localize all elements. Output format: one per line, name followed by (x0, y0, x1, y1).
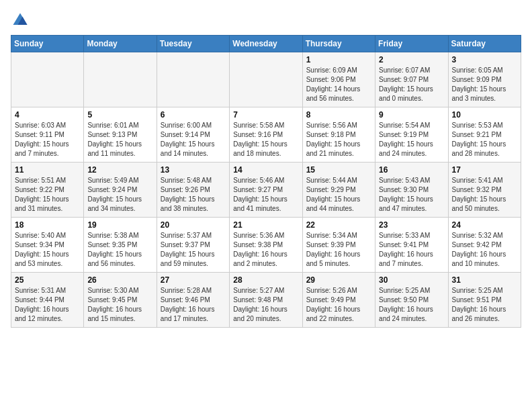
calendar-cell: 15Sunrise: 5:44 AM Sunset: 9:29 PM Dayli… (302, 163, 375, 218)
day-info: Sunrise: 5:49 AM Sunset: 9:24 PM Dayligh… (87, 176, 152, 214)
day-number: 12 (87, 165, 152, 175)
day-number: 17 (452, 165, 517, 175)
calendar-week-4: 18Sunrise: 5:40 AM Sunset: 9:34 PM Dayli… (11, 218, 521, 273)
header-day-monday: Monday (84, 36, 157, 52)
day-info: Sunrise: 5:25 AM Sunset: 9:50 PM Dayligh… (379, 286, 444, 324)
logo (11, 11, 32, 30)
day-info: Sunrise: 5:40 AM Sunset: 9:34 PM Dayligh… (15, 231, 80, 269)
calendar-cell: 7Sunrise: 5:58 AM Sunset: 9:16 PM Daylig… (230, 107, 302, 163)
day-number: 20 (161, 220, 226, 230)
day-number: 29 (306, 275, 371, 285)
day-info: Sunrise: 6:09 AM Sunset: 9:06 PM Dayligh… (306, 66, 371, 103)
calendar-cell: 11Sunrise: 5:51 AM Sunset: 9:22 PM Dayli… (11, 163, 84, 218)
day-info: Sunrise: 5:28 AM Sunset: 9:46 PM Dayligh… (161, 286, 226, 324)
day-info: Sunrise: 5:44 AM Sunset: 9:29 PM Dayligh… (306, 176, 371, 214)
calendar-cell: 9Sunrise: 5:54 AM Sunset: 9:19 PM Daylig… (375, 107, 448, 163)
calendar-cell: 30Sunrise: 5:25 AM Sunset: 9:50 PM Dayli… (375, 273, 448, 328)
day-number: 13 (161, 165, 226, 175)
day-number: 7 (233, 110, 298, 120)
day-number: 26 (87, 275, 152, 285)
day-number: 10 (452, 110, 517, 120)
calendar-cell: 26Sunrise: 5:30 AM Sunset: 9:45 PM Dayli… (84, 273, 157, 328)
calendar-cell: 3Sunrise: 6:05 AM Sunset: 9:09 PM Daylig… (448, 52, 521, 107)
calendar-cell: 13Sunrise: 5:48 AM Sunset: 9:26 PM Dayli… (157, 163, 229, 218)
calendar-cell: 27Sunrise: 5:28 AM Sunset: 9:46 PM Dayli… (157, 273, 229, 328)
day-info: Sunrise: 5:38 AM Sunset: 9:35 PM Dayligh… (87, 231, 152, 269)
day-info: Sunrise: 5:34 AM Sunset: 9:39 PM Dayligh… (306, 231, 371, 269)
calendar-table: SundayMondayTuesdayWednesdayThursdayFrid… (11, 35, 521, 328)
day-info: Sunrise: 5:30 AM Sunset: 9:45 PM Dayligh… (87, 286, 152, 324)
day-info: Sunrise: 5:27 AM Sunset: 9:48 PM Dayligh… (233, 286, 298, 324)
day-number: 18 (15, 220, 80, 230)
header-day-sunday: Sunday (11, 36, 84, 52)
day-number: 16 (379, 165, 444, 175)
day-info: Sunrise: 6:05 AM Sunset: 9:09 PM Dayligh… (452, 66, 517, 103)
calendar-cell (11, 52, 84, 107)
calendar-cell: 21Sunrise: 5:36 AM Sunset: 9:38 PM Dayli… (230, 218, 302, 273)
calendar-cell: 8Sunrise: 5:56 AM Sunset: 9:18 PM Daylig… (302, 107, 375, 163)
calendar-cell: 4Sunrise: 6:03 AM Sunset: 9:11 PM Daylig… (11, 107, 84, 163)
calendar-week-3: 11Sunrise: 5:51 AM Sunset: 9:22 PM Dayli… (11, 163, 521, 218)
day-info: Sunrise: 5:36 AM Sunset: 9:38 PM Dayligh… (233, 231, 298, 269)
day-number: 5 (87, 110, 152, 120)
day-number: 8 (306, 110, 371, 120)
calendar-cell: 22Sunrise: 5:34 AM Sunset: 9:39 PM Dayli… (302, 218, 375, 273)
day-info: Sunrise: 5:43 AM Sunset: 9:30 PM Dayligh… (379, 176, 444, 214)
calendar-cell: 31Sunrise: 5:25 AM Sunset: 9:51 PM Dayli… (448, 273, 521, 328)
day-info: Sunrise: 5:26 AM Sunset: 9:49 PM Dayligh… (306, 286, 371, 324)
calendar-cell (84, 52, 157, 107)
day-number: 21 (233, 220, 298, 230)
day-number: 28 (233, 275, 298, 285)
calendar-cell: 5Sunrise: 6:01 AM Sunset: 9:13 PM Daylig… (84, 107, 157, 163)
calendar-week-5: 25Sunrise: 5:31 AM Sunset: 9:44 PM Dayli… (11, 273, 521, 328)
day-info: Sunrise: 5:54 AM Sunset: 9:19 PM Dayligh… (379, 121, 444, 158)
calendar-cell (157, 52, 229, 107)
day-number: 3 (452, 55, 517, 64)
day-info: Sunrise: 6:03 AM Sunset: 9:11 PM Dayligh… (15, 121, 80, 158)
day-info: Sunrise: 5:51 AM Sunset: 9:22 PM Dayligh… (15, 176, 80, 214)
day-info: Sunrise: 5:46 AM Sunset: 9:27 PM Dayligh… (233, 176, 298, 214)
day-info: Sunrise: 5:32 AM Sunset: 9:42 PM Dayligh… (452, 231, 517, 269)
calendar-cell: 12Sunrise: 5:49 AM Sunset: 9:24 PM Dayli… (84, 163, 157, 218)
calendar-cell: 6Sunrise: 6:00 AM Sunset: 9:14 PM Daylig… (157, 107, 229, 163)
day-number: 19 (87, 220, 152, 230)
logo-icon (11, 11, 30, 30)
calendar-cell: 16Sunrise: 5:43 AM Sunset: 9:30 PM Dayli… (375, 163, 448, 218)
day-info: Sunrise: 5:25 AM Sunset: 9:51 PM Dayligh… (452, 286, 517, 324)
day-number: 11 (15, 165, 80, 175)
day-info: Sunrise: 6:01 AM Sunset: 9:13 PM Dayligh… (87, 121, 152, 158)
calendar-cell: 14Sunrise: 5:46 AM Sunset: 9:27 PM Dayli… (230, 163, 302, 218)
calendar-header-row: SundayMondayTuesdayWednesdayThursdayFrid… (11, 36, 521, 52)
day-number: 30 (379, 275, 444, 285)
day-number: 9 (379, 110, 444, 120)
calendar-cell: 2Sunrise: 6:07 AM Sunset: 9:07 PM Daylig… (375, 52, 448, 107)
header-day-thursday: Thursday (302, 36, 375, 52)
day-number: 23 (379, 220, 444, 230)
day-number: 25 (15, 275, 80, 285)
day-info: Sunrise: 5:37 AM Sunset: 9:37 PM Dayligh… (161, 231, 226, 269)
day-number: 1 (306, 55, 371, 64)
day-number: 15 (306, 165, 371, 175)
day-number: 2 (379, 55, 444, 64)
calendar-week-1: 1Sunrise: 6:09 AM Sunset: 9:06 PM Daylig… (11, 52, 521, 107)
day-number: 22 (306, 220, 371, 230)
day-number: 6 (161, 110, 226, 120)
day-info: Sunrise: 5:58 AM Sunset: 9:16 PM Dayligh… (233, 121, 298, 158)
header-day-friday: Friday (375, 36, 448, 52)
day-info: Sunrise: 5:41 AM Sunset: 9:32 PM Dayligh… (452, 176, 517, 214)
calendar-cell: 24Sunrise: 5:32 AM Sunset: 9:42 PM Dayli… (448, 218, 521, 273)
calendar-cell: 17Sunrise: 5:41 AM Sunset: 9:32 PM Dayli… (448, 163, 521, 218)
calendar-cell: 20Sunrise: 5:37 AM Sunset: 9:37 PM Dayli… (157, 218, 229, 273)
day-number: 27 (161, 275, 226, 285)
day-info: Sunrise: 5:53 AM Sunset: 9:21 PM Dayligh… (452, 121, 517, 158)
day-number: 31 (452, 275, 517, 285)
header-day-saturday: Saturday (448, 36, 521, 52)
day-number: 14 (233, 165, 298, 175)
day-info: Sunrise: 5:56 AM Sunset: 9:18 PM Dayligh… (306, 121, 371, 158)
calendar-cell: 29Sunrise: 5:26 AM Sunset: 9:49 PM Dayli… (302, 273, 375, 328)
day-info: Sunrise: 5:31 AM Sunset: 9:44 PM Dayligh… (15, 286, 80, 324)
calendar-week-2: 4Sunrise: 6:03 AM Sunset: 9:11 PM Daylig… (11, 107, 521, 163)
calendar-cell: 19Sunrise: 5:38 AM Sunset: 9:35 PM Dayli… (84, 218, 157, 273)
day-number: 4 (15, 110, 80, 120)
day-info: Sunrise: 6:07 AM Sunset: 9:07 PM Dayligh… (379, 66, 444, 103)
